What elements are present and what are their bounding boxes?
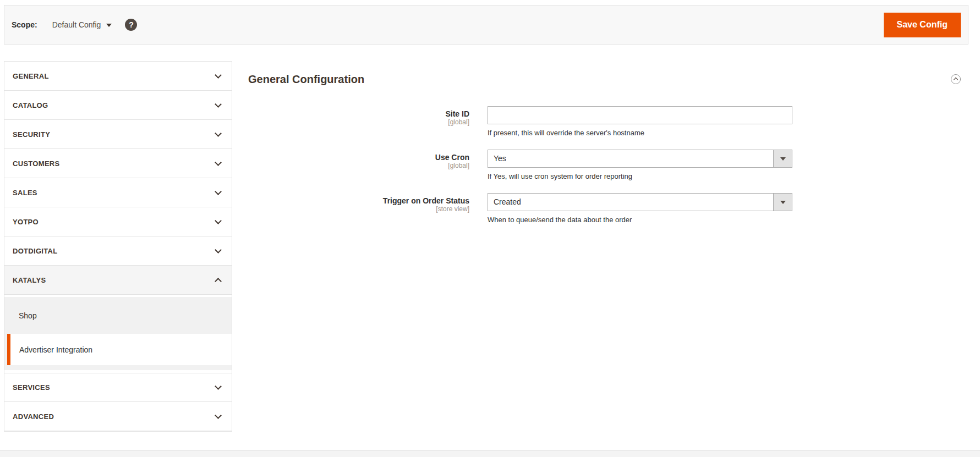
footer-bar bbox=[0, 450, 980, 457]
chevron-down-icon bbox=[215, 412, 222, 419]
field-label-col: Trigger on Order Status[store view] bbox=[248, 193, 469, 224]
sidebar-section-security[interactable]: SECURITY bbox=[4, 120, 232, 149]
sidebar-section-customers[interactable]: CUSTOMERS bbox=[4, 149, 232, 178]
chevron-down-icon bbox=[215, 71, 222, 79]
select-value: Created bbox=[488, 194, 773, 211]
select-dropdown-button[interactable] bbox=[773, 150, 792, 167]
main-content: General Configuration Site ID[global]If … bbox=[248, 61, 967, 236]
field-control-col: YesIf Yes, will use cron system for orde… bbox=[488, 150, 792, 180]
field-label: Site ID bbox=[248, 109, 469, 118]
trigger-on-order-status-select[interactable]: Created bbox=[488, 193, 792, 211]
field-row-use-cron: Use Cron[global]YesIf Yes, will use cron… bbox=[248, 150, 967, 180]
field-scope-hint: [global] bbox=[248, 118, 469, 126]
magento-config-page: Scope: Default Config ? Save Config GENE… bbox=[0, 0, 980, 457]
chevron-down-icon bbox=[215, 188, 222, 195]
sidebar-section-sales[interactable]: SALES bbox=[4, 178, 232, 207]
scope-switcher[interactable]: Default Config bbox=[52, 20, 112, 29]
chevron-down-icon bbox=[215, 383, 222, 390]
field-note: When to queue/send the data about the or… bbox=[488, 216, 792, 224]
sidebar-section-katalys[interactable]: KATALYS bbox=[4, 266, 232, 295]
field-label: Trigger on Order Status bbox=[248, 196, 469, 205]
config-sidebar: GENERALCATALOGSECURITYCUSTOMERSSALESYOTP… bbox=[4, 61, 232, 432]
field-scope-hint: [global] bbox=[248, 162, 469, 170]
scope-value: Default Config bbox=[52, 20, 101, 29]
field-label-col: Site ID[global] bbox=[248, 106, 469, 137]
section-head: General Configuration bbox=[248, 71, 967, 87]
save-config-button[interactable]: Save Config bbox=[884, 13, 961, 37]
caret-down-icon bbox=[106, 24, 112, 27]
scope-label: Scope: bbox=[12, 20, 37, 29]
sidebar-section-services[interactable]: SERVICES bbox=[4, 373, 232, 402]
sidebar-section-label: YOTPO bbox=[13, 218, 39, 226]
sidebar-section-label: GENERAL bbox=[13, 72, 49, 80]
sidebar-section-label: ADVANCED bbox=[13, 412, 54, 421]
field-label: Use Cron bbox=[248, 153, 469, 162]
chevron-down-icon bbox=[215, 130, 222, 137]
sidebar-section-label: CATALOG bbox=[13, 101, 48, 109]
sidebar-section-yotpo[interactable]: YOTPO bbox=[4, 207, 232, 236]
field-label-col: Use Cron[global] bbox=[248, 150, 469, 180]
chevron-down-icon bbox=[215, 246, 222, 254]
sidebar-section-label: CUSTOMERS bbox=[13, 159, 60, 168]
help-icon[interactable]: ? bbox=[125, 19, 137, 31]
sidebar-item-shop[interactable]: Shop bbox=[4, 297, 232, 334]
field-row-trigger-on-order-status: Trigger on Order Status[store view]Creat… bbox=[248, 193, 967, 224]
caret-down-icon bbox=[780, 201, 786, 204]
chevron-up-icon bbox=[215, 278, 222, 285]
select-value: Yes bbox=[488, 150, 773, 167]
field-scope-hint: [store view] bbox=[248, 205, 469, 213]
sidebar-item-advertiser-integration[interactable]: Advertiser Integration bbox=[7, 334, 232, 365]
field-row-site-id: Site ID[global]If present, this will ove… bbox=[248, 106, 967, 137]
sidebar-section-catalog[interactable]: CATALOG bbox=[4, 91, 232, 120]
sidebar-section-advanced[interactable]: ADVANCED bbox=[4, 402, 232, 431]
site-id-input[interactable] bbox=[488, 106, 792, 124]
scope-group: Scope: Default Config ? bbox=[12, 19, 137, 31]
collapse-section-button[interactable] bbox=[951, 74, 961, 84]
sidebar-section-label: SALES bbox=[13, 189, 37, 197]
sidebar-section-label: DOTDIGITAL bbox=[13, 247, 57, 255]
chevron-down-icon bbox=[215, 101, 222, 108]
field-control-col: CreatedWhen to queue/send the data about… bbox=[488, 193, 792, 224]
config-form: Site ID[global]If present, this will ove… bbox=[248, 106, 967, 224]
field-control-col: If present, this will override the serve… bbox=[488, 106, 792, 137]
sidebar-submenu-katalys: ShopAdvertiser Integration bbox=[4, 297, 232, 370]
caret-down-icon bbox=[780, 157, 786, 161]
field-note: If Yes, will use cron system for order r… bbox=[488, 172, 792, 180]
sidebar-section-label: SERVICES bbox=[13, 383, 50, 392]
chevron-up-icon bbox=[954, 78, 958, 82]
sidebar-section-label: KATALYS bbox=[13, 276, 46, 284]
field-note: If present, this will override the serve… bbox=[488, 129, 792, 137]
sidebar-section-dotdigital[interactable]: DOTDIGITAL bbox=[4, 236, 232, 266]
sidebar-section-general[interactable]: GENERAL bbox=[4, 62, 232, 91]
select-dropdown-button[interactable] bbox=[773, 194, 792, 211]
sidebar-section-label: SECURITY bbox=[13, 130, 50, 139]
use-cron-select[interactable]: Yes bbox=[488, 150, 792, 168]
chevron-down-icon bbox=[215, 217, 222, 224]
page-actions-bar: Scope: Default Config ? Save Config bbox=[4, 5, 968, 45]
chevron-down-icon bbox=[215, 159, 222, 166]
section-title: General Configuration bbox=[248, 73, 364, 86]
